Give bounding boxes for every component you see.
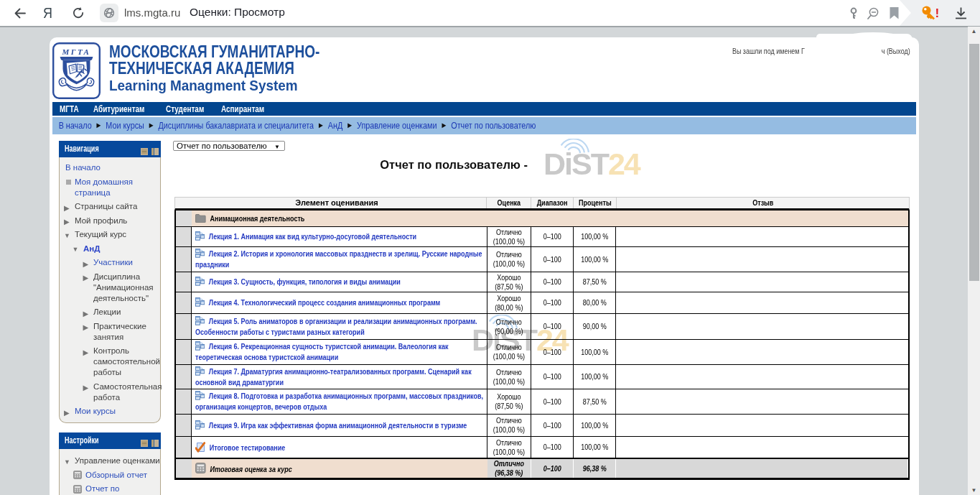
svg-text:!: !	[935, 6, 940, 20]
svg-text:МГТА: МГТА	[62, 47, 91, 56]
